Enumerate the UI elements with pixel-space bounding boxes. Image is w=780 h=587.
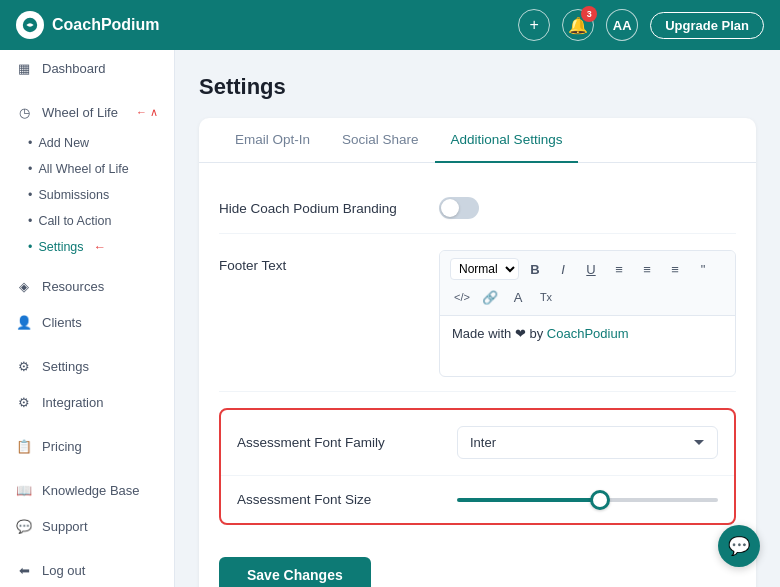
avatar[interactable]: AA [606,9,638,41]
footer-text-label: Footer Text [219,250,439,273]
settings-card: Email Opt-In Social Share Additional Set… [199,118,756,587]
quote-button[interactable]: " [691,257,715,281]
add-button[interactable]: + [518,9,550,41]
logo: CoachPodium [16,11,160,39]
wheel-icon: ◷ [16,104,32,120]
resources-label: Resources [42,279,104,294]
add-new-label: Add New [38,136,89,150]
align-button[interactable]: ≡ [663,257,687,281]
sidebar-item-submissions[interactable]: Submissions [0,182,174,208]
save-changes-button[interactable]: Save Changes [219,557,371,587]
sidebar-item-knowledge-base[interactable]: 📖 Knowledge Base [0,472,174,508]
sidebar-item-settings[interactable]: ⚙ Settings [0,348,174,384]
footer-text-link[interactable]: CoachPodium [547,326,629,341]
integration-icon: ⚙ [16,394,32,410]
italic-icon: I [561,262,565,277]
settings-sub-label: Settings [38,240,83,254]
clear-format-button[interactable]: Tx [534,285,558,309]
unordered-list-button[interactable]: ≡ [635,257,659,281]
code-icon: </> [454,291,470,303]
chat-fab-button[interactable]: 💬 [718,525,760,567]
toggle-thumb [441,199,459,217]
sidebar-item-dashboard[interactable]: ▦ Dashboard [0,50,174,86]
pricing-icon: 📋 [16,438,32,454]
italic-button[interactable]: I [551,257,575,281]
tab-social-share[interactable]: Social Share [326,118,435,163]
wheel-label: Wheel of Life [42,105,118,120]
font-family-row: Assessment Font Family Inter [221,410,734,475]
support-icon: 💬 [16,518,32,534]
notification-badge: 3 [581,6,597,22]
tabs-container: Email Opt-In Social Share Additional Set… [199,118,756,163]
sidebar-item-support[interactable]: 💬 Support [0,508,174,544]
link-button[interactable]: 🔗 [478,285,502,309]
settings-icon: ⚙ [16,358,32,374]
page-title: Settings [199,74,756,100]
code-button[interactable]: </> [450,285,474,309]
sidebar-item-logout[interactable]: ⬅ Log out [0,552,174,587]
assessment-section: Assessment Font Family Inter Assessment … [219,408,736,525]
assessment-section-wrapper: Assessment Font Family Inter Assessment … [199,408,756,525]
knowledge-icon: 📖 [16,482,32,498]
editor-content[interactable]: Made with ❤ by CoachPodium [440,316,735,376]
submissions-label: Submissions [38,188,109,202]
resources-icon: ◈ [16,278,32,294]
main-content: Settings Email Opt-In Social Share Addit… [175,50,780,587]
clients-label: Clients [42,315,82,330]
font-color-icon: A [514,290,523,305]
quote-icon: " [701,262,706,277]
footer-text-editor: Normal B I U ≡ ≡ ≡ " </> 🔗 A T [439,250,736,377]
footer-text-row: Footer Text Normal B I U ≡ ≡ ≡ " [219,234,736,392]
sidebar: ▦ Dashboard ◷ Wheel of Life ← ∧ Add New … [0,50,175,587]
sidebar-item-all-wheel[interactable]: All Wheel of Life [0,156,174,182]
support-label: Support [42,519,88,534]
integration-label: Integration [42,395,103,410]
hide-branding-toggle[interactable] [439,197,479,219]
settings-label: Settings [42,359,89,374]
hide-branding-label: Hide Coach Podium Branding [219,201,439,216]
topnav-actions: + 🔔 3 AA Upgrade Plan [518,9,764,41]
unordered-list-icon: ≡ [643,262,651,277]
font-color-button[interactable]: A [506,285,530,309]
sidebar-item-resources[interactable]: ◈ Resources [0,268,174,304]
chat-icon: 💬 [728,535,750,557]
font-size-label: Assessment Font Size [237,492,457,507]
sidebar-item-integration[interactable]: ⚙ Integration [0,384,174,420]
sidebar-item-cta[interactable]: Call to Action [0,208,174,234]
tab-email-opt-in[interactable]: Email Opt-In [219,118,326,163]
sidebar-item-clients[interactable]: 👤 Clients [0,304,174,340]
bold-button[interactable]: B [523,257,547,281]
sidebar-item-pricing[interactable]: 📋 Pricing [0,428,174,464]
logout-icon: ⬅ [16,562,32,578]
format-select[interactable]: Normal [450,258,519,280]
upgrade-plan-button[interactable]: Upgrade Plan [650,12,764,39]
link-icon: 🔗 [482,290,498,305]
ordered-list-button[interactable]: ≡ [607,257,631,281]
font-family-select[interactable]: Inter [457,426,718,459]
font-size-row: Assessment Font Size [221,475,734,523]
collapse-arrow: ← ∧ [136,106,158,119]
font-family-label: Assessment Font Family [237,435,457,450]
main-layout: ▦ Dashboard ◷ Wheel of Life ← ∧ Add New … [0,50,780,587]
notifications-button[interactable]: 🔔 3 [562,9,594,41]
bold-icon: B [530,262,539,277]
underline-button[interactable]: U [579,257,603,281]
pricing-label: Pricing [42,439,82,454]
footer-text-static: Made with ❤ by [452,326,547,341]
sidebar-section-wheel[interactable]: ◷ Wheel of Life ← ∧ [0,94,174,130]
logout-label: Log out [42,563,85,578]
sidebar-item-settings-sub[interactable]: Settings ← [0,234,174,260]
logo-icon [16,11,44,39]
hide-branding-toggle-wrap [439,197,479,219]
all-wheel-label: All Wheel of Life [38,162,128,176]
font-size-slider[interactable] [457,498,718,502]
font-size-slider-wrap [457,498,718,502]
top-navigation: CoachPodium + 🔔 3 AA Upgrade Plan [0,0,780,50]
font-family-select-wrap: Inter [457,426,718,459]
logo-text: CoachPodium [52,16,160,34]
arrow-indicator: ← [94,240,107,254]
save-button-wrap: Save Changes [199,541,756,587]
ordered-list-icon: ≡ [615,262,623,277]
tab-additional-settings[interactable]: Additional Settings [435,118,579,163]
sidebar-item-add-new[interactable]: Add New [0,130,174,156]
